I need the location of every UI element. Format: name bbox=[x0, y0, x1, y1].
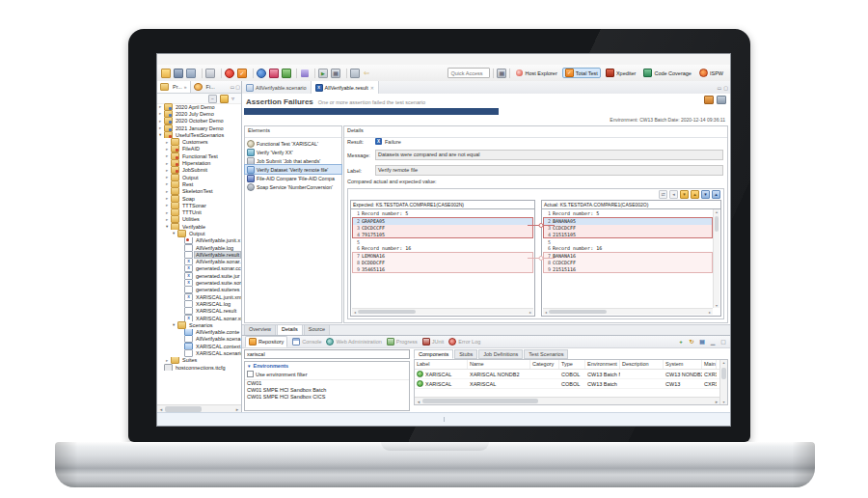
quick-access-input[interactable] bbox=[448, 68, 490, 78]
tree-item[interactable]: XARISCAL.sonar.xr bbox=[157, 315, 241, 321]
assertion-element-item[interactable]: Job Submit 'Job that abends' bbox=[245, 156, 341, 165]
hiperstation-icon[interactable] bbox=[269, 69, 279, 78]
scroll-thumb[interactable] bbox=[715, 216, 719, 232]
perspective-host-explorer[interactable]: Host Explorer bbox=[513, 68, 559, 78]
tree-item[interactable]: hostconnections.ttcfg bbox=[157, 364, 241, 371]
table-column-header[interactable]: Name bbox=[468, 360, 530, 369]
view-tab-console[interactable]: Console bbox=[292, 338, 321, 346]
new-wizard-icon[interactable] bbox=[161, 69, 171, 78]
scroll-up-icon[interactable]: ▴ bbox=[720, 360, 727, 365]
tree-item[interactable]: generated.sonar.cc bbox=[157, 265, 241, 272]
editor-page-tab[interactable]: Overview bbox=[244, 325, 276, 335]
tree-item[interactable]: XARISCAL.result bbox=[157, 308, 241, 315]
tree-item[interactable]: Output bbox=[157, 174, 241, 180]
terminal-icon[interactable] bbox=[301, 69, 309, 77]
environment-filter-checkbox[interactable] bbox=[247, 371, 254, 377]
refresh-icon[interactable]: ↻ bbox=[688, 338, 695, 346]
tab-file-explorer[interactable]: Fi... bbox=[191, 81, 218, 93]
actual-horizontal-scrollbar[interactable]: ◂ ▸ bbox=[543, 308, 713, 315]
scroll-right-icon[interactable]: ▸ bbox=[707, 310, 713, 315]
repository-table-tab[interactable]: Components bbox=[414, 349, 453, 359]
scroll-right-icon[interactable]: ▸ bbox=[528, 310, 533, 315]
run-icon[interactable] bbox=[318, 69, 328, 78]
repository-table-tab[interactable]: Job Definitions bbox=[478, 349, 523, 359]
editor-page-tab[interactable]: Source bbox=[304, 325, 330, 335]
repository-search-input[interactable] bbox=[244, 349, 410, 359]
tree-item[interactable]: Customers bbox=[157, 138, 241, 145]
previous-change-icon[interactable]: ▴ bbox=[712, 190, 720, 199]
tree-item[interactable]: TTTUnit bbox=[157, 208, 241, 215]
environments-header[interactable]: ▼ Environments bbox=[245, 362, 409, 370]
tree-item[interactable]: XARISCAL.scenario bbox=[157, 349, 241, 356]
table-row[interactable]: XARISCAL XARISCAL NONDB2 COBOL CW13 Batc… bbox=[415, 370, 727, 379]
tree-item[interactable]: 2020 July Demo bbox=[157, 110, 241, 117]
perspective-total-test[interactable]: Total Test bbox=[562, 68, 601, 78]
tree-item[interactable]: Scenarios bbox=[157, 321, 241, 328]
actual-vertical-scrollbar[interactable]: ▴ ▾ bbox=[713, 209, 719, 308]
export-report-icon[interactable] bbox=[704, 96, 714, 104]
view-tab-error-log[interactable]: Error Log bbox=[448, 338, 480, 346]
scroll-up-icon[interactable]: ▴ bbox=[714, 209, 719, 214]
table-vertical-scrollbar[interactable]: ▴ ▾ bbox=[719, 360, 727, 404]
code-coverage-icon[interactable] bbox=[282, 69, 291, 78]
assertion-element-item[interactable]: File-AID Compare 'File-AID Compa bbox=[245, 174, 341, 182]
scroll-thumb[interactable] bbox=[422, 399, 538, 403]
tree-item[interactable]: AllVerifyable.conte bbox=[157, 329, 241, 336]
record-icon[interactable] bbox=[225, 69, 234, 78]
editor-tab-result[interactable]: AllVerifyable.result ✕ bbox=[312, 81, 379, 94]
perspective-code-coverage[interactable]: Code Coverage bbox=[640, 68, 694, 78]
table-column-header[interactable]: Environment bbox=[585, 360, 620, 369]
scroll-left-icon[interactable]: ◂ bbox=[415, 399, 422, 404]
scroll-track[interactable] bbox=[549, 309, 707, 315]
scroll-track[interactable] bbox=[422, 398, 713, 404]
tree-item[interactable]: generated.suite.sor bbox=[157, 279, 241, 286]
minimize-view-icon[interactable]: ▭ bbox=[231, 81, 235, 93]
close-tab-icon[interactable]: ✕ bbox=[370, 85, 374, 91]
tree-item[interactable]: Hiperstation bbox=[157, 159, 241, 166]
compare-icon[interactable] bbox=[350, 69, 360, 78]
scroll-thumb[interactable] bbox=[358, 310, 416, 314]
import-icon[interactable]: ▤ bbox=[698, 338, 706, 346]
environment-list-item[interactable]: CW01 bbox=[245, 380, 409, 387]
tree-item[interactable]: SkeletonTest bbox=[157, 188, 241, 195]
collapse-section-icon[interactable]: ▼ bbox=[247, 364, 251, 369]
table-column-header[interactable]: Type bbox=[559, 360, 585, 369]
tree-item[interactable]: 2020 October Demo bbox=[157, 118, 241, 124]
previous-pane-icon[interactable]: ◂ bbox=[669, 190, 678, 199]
perspective-ispw[interactable]: ISPW bbox=[696, 68, 726, 78]
tree-item[interactable]: generated.suite.jur bbox=[157, 272, 241, 279]
total-test-run-icon[interactable] bbox=[237, 69, 247, 78]
assertion-element-item[interactable]: Verify 'Verify XX' bbox=[245, 148, 341, 156]
repository-table-tab[interactable]: Stubs bbox=[454, 349, 477, 359]
assertion-element-item[interactable]: Soap Service 'NumberConversion' bbox=[245, 182, 341, 191]
view-menu-icon[interactable] bbox=[231, 96, 238, 102]
editor-page-tab[interactable]: Details bbox=[277, 325, 303, 335]
table-column-header[interactable]: System bbox=[664, 360, 702, 369]
back-icon[interactable] bbox=[363, 69, 370, 77]
tree-item[interactable]: UsefulTestScenarios bbox=[157, 131, 241, 138]
expected-horizontal-scrollbar[interactable]: ◂ ▸ bbox=[352, 308, 533, 315]
table-column-header[interactable]: Label bbox=[415, 360, 468, 369]
tree-item[interactable]: JobSubmit bbox=[157, 167, 241, 174]
tree-item[interactable]: XARISCAL.junit.xm bbox=[157, 293, 241, 300]
maximize-icon[interactable]: ▢ bbox=[719, 338, 727, 346]
table-column-header[interactable]: Description bbox=[620, 360, 664, 369]
table-column-header[interactable]: Main s... bbox=[702, 360, 717, 369]
tree-item[interactable]: 2021 January Demo bbox=[157, 124, 241, 131]
tree-item[interactable]: Rest bbox=[157, 180, 241, 187]
tree-item[interactable]: Suites bbox=[157, 357, 241, 364]
tree-item[interactable]: XARISCAL.context bbox=[157, 343, 241, 349]
perspective-xpediter[interactable]: Xpediter bbox=[603, 68, 639, 78]
view-tab-web-administration[interactable]: Web Administration bbox=[326, 338, 381, 346]
tree-item[interactable]: AllVerifyable.sonar. bbox=[157, 259, 241, 265]
xpediter-debug-icon[interactable] bbox=[257, 69, 266, 78]
scroll-down-icon[interactable]: ▾ bbox=[714, 303, 719, 308]
tree-item[interactable]: AllVerifyable.result bbox=[157, 251, 241, 258]
tree-item[interactable]: Output bbox=[157, 230, 241, 236]
minimize-icon[interactable]: ▁ bbox=[709, 338, 717, 346]
scroll-thumb[interactable] bbox=[721, 368, 726, 379]
new-suite-icon[interactable] bbox=[331, 69, 340, 78]
tree-item[interactable]: 2020 April Demo bbox=[157, 103, 241, 110]
previous-difference-icon[interactable]: ▴ bbox=[691, 190, 699, 199]
tree-item[interactable]: TTTSonar bbox=[157, 202, 241, 208]
